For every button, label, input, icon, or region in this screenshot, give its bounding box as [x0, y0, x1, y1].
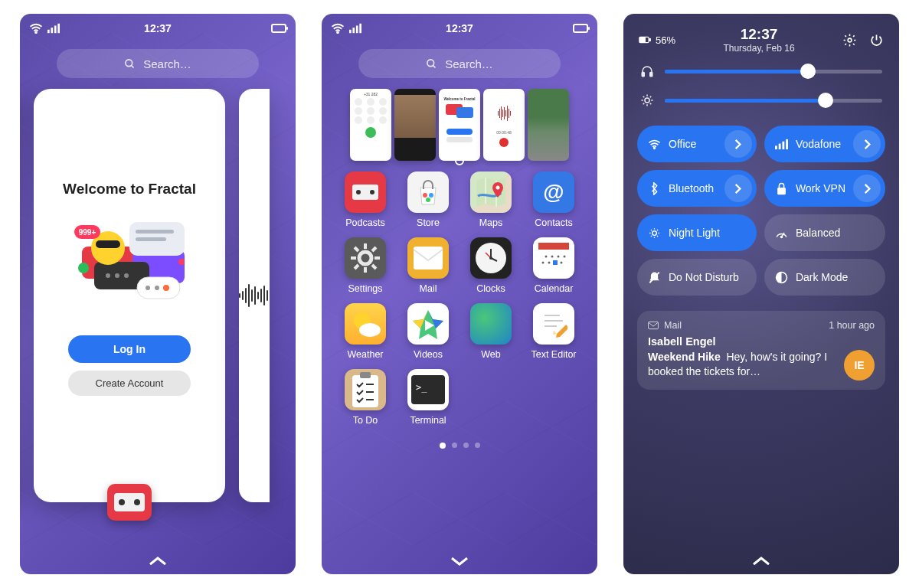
chevron-up-icon[interactable]	[751, 554, 772, 568]
clocks-icon	[470, 237, 512, 279]
app-mail[interactable]: Mail	[398, 237, 458, 294]
web-icon	[470, 303, 512, 345]
power-icon[interactable]	[869, 33, 884, 47]
qs-office[interactable]: Office	[637, 126, 757, 162]
svg-rect-74	[649, 39, 650, 41]
podcasts-icon	[345, 172, 386, 213]
svg-point-5	[126, 59, 132, 66]
qs-work-vpn[interactable]: Work VPN	[764, 170, 885, 207]
wifi-icon	[29, 23, 43, 34]
chevron-right-icon[interactable]	[724, 130, 752, 158]
app-store[interactable]: Store	[398, 172, 458, 228]
app-web[interactable]: Web	[461, 303, 521, 360]
settings-icon[interactable]	[842, 33, 857, 47]
mini-dialer[interactable]: +31 282	[350, 89, 391, 161]
status-time: 12:37	[446, 22, 473, 34]
svg-point-59	[548, 262, 551, 264]
svg-point-63	[359, 323, 381, 337]
avatar: IE	[844, 350, 875, 381]
svg-point-36	[496, 186, 500, 190]
chevron-down-icon[interactable]	[449, 554, 470, 568]
chevron-up-icon[interactable]	[147, 554, 168, 568]
app-todo[interactable]: To Do	[335, 369, 395, 426]
qs-label: Office	[669, 138, 717, 150]
signal-icon	[349, 23, 361, 34]
svg-text:999+: 999+	[79, 228, 96, 237]
svg-rect-28	[352, 28, 355, 33]
mail-icon	[648, 321, 659, 330]
notification-card[interactable]: Mail 1 hour ago Isabell Engel Weekend Hi…	[637, 311, 885, 390]
dnd-icon	[648, 271, 661, 284]
chevron-right-icon[interactable]	[853, 175, 881, 202]
login-button[interactable]: Log In	[68, 335, 191, 363]
svg-point-14	[115, 273, 119, 278]
mini-camera[interactable]	[528, 89, 569, 161]
app-texteditor[interactable]: Text Editor	[524, 303, 584, 360]
svg-point-25	[178, 259, 185, 265]
videos-icon	[407, 303, 449, 345]
app-weather[interactable]: Weather	[335, 303, 395, 360]
qs-header: 56% 12:37 Thursday, Feb 16	[623, 14, 899, 61]
qs-night-light[interactable]: Night Light	[637, 214, 757, 251]
app-label: Weather	[347, 349, 383, 360]
recent-apps-strip[interactable]: +31 282 Welcome to Fractal 00:00:48	[322, 89, 597, 168]
search-input[interactable]: Search…	[57, 49, 259, 78]
overview-card-fractal[interactable]: Welcome to Fractal 999+ Log In Create Ac	[34, 89, 225, 502]
app-maps[interactable]: Maps	[461, 172, 521, 228]
podcasts-dock-icon[interactable]	[107, 484, 152, 521]
app-contacts[interactable]: @Contacts	[524, 172, 584, 228]
search-icon	[426, 58, 437, 70]
svg-point-20	[155, 286, 159, 290]
svg-line-42	[355, 247, 358, 251]
app-clocks[interactable]: Clocks	[461, 237, 521, 294]
mini-media[interactable]	[394, 89, 436, 161]
qs-vodafone[interactable]: Vodafone	[764, 126, 885, 162]
svg-rect-30	[359, 24, 361, 33]
svg-rect-75	[640, 38, 646, 41]
overview-card-recorder[interactable]	[239, 89, 270, 502]
svg-point-61	[561, 262, 563, 264]
app-label: To Do	[353, 415, 378, 426]
qs-bluetooth[interactable]: Bluetooth	[637, 170, 757, 207]
svg-rect-68	[352, 375, 378, 407]
speed-icon	[775, 227, 788, 240]
overview-cards[interactable]: ≡ 03:17 Welcome to Fractal 999+	[20, 89, 257, 502]
search-input[interactable]: Search…	[358, 49, 561, 78]
svg-point-19	[146, 286, 150, 290]
create-account-button[interactable]: Create Account	[68, 371, 191, 396]
notif-app: Mail	[664, 320, 682, 331]
svg-rect-81	[775, 145, 777, 149]
qs-do-not-disturb[interactable]: Do Not Disturb	[637, 259, 757, 296]
svg-point-15	[124, 273, 129, 278]
store-icon	[407, 172, 449, 213]
app-videos[interactable]: Videos	[398, 303, 458, 360]
svg-rect-85	[777, 187, 786, 194]
mini-recorder[interactable]: 00:00:48	[483, 89, 525, 161]
app-calendar[interactable]: Calendar	[524, 237, 584, 294]
svg-rect-64	[540, 308, 567, 340]
brightness-slider[interactable]	[623, 90, 899, 110]
weather-icon	[345, 303, 386, 345]
mail-icon	[407, 237, 449, 279]
svg-rect-46	[414, 247, 443, 270]
mini-fractal[interactable]: Welcome to Fractal	[439, 89, 480, 161]
svg-line-45	[355, 265, 358, 269]
qs-label: Dark Mode	[796, 271, 875, 283]
battery-icon	[639, 35, 651, 44]
qs-label: Do Not Disturb	[669, 271, 746, 283]
app-terminal[interactable]: >_Terminal	[398, 369, 458, 426]
volume-slider[interactable]	[623, 61, 899, 81]
app-podcasts[interactable]: Podcasts	[335, 172, 395, 228]
svg-point-86	[652, 230, 657, 235]
qs-balanced[interactable]: Balanced	[764, 214, 885, 251]
qs-dark-mode[interactable]: Dark Mode	[764, 259, 885, 296]
chevron-right-icon[interactable]	[724, 175, 752, 202]
todo-icon	[345, 369, 386, 410]
svg-point-51	[489, 256, 492, 260]
app-settings[interactable]: Settings	[335, 237, 395, 294]
svg-point-76	[848, 38, 852, 42]
app-label: Web	[481, 349, 500, 360]
app-label: Clocks	[476, 283, 505, 294]
chevron-right-icon[interactable]	[853, 130, 881, 158]
qs-label: Balanced	[796, 227, 875, 239]
